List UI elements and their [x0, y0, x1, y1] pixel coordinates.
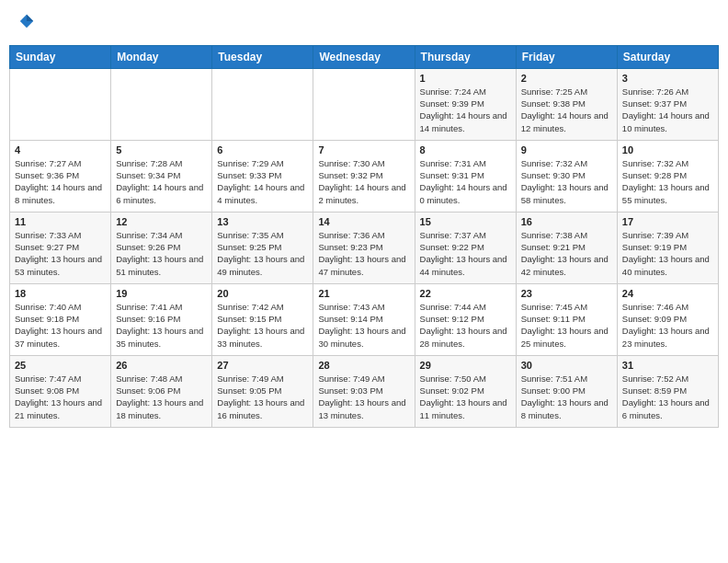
day-info: Sunrise: 7:34 AMSunset: 9:26 PMDaylight:… — [116, 229, 207, 278]
day-number: 21 — [318, 288, 409, 299]
week-row-2: 4Sunrise: 7:27 AMSunset: 9:36 PMDaylight… — [10, 140, 719, 212]
day-number: 3 — [622, 73, 713, 84]
day-cell: 17Sunrise: 7:39 AMSunset: 9:19 PMDayligh… — [617, 212, 718, 283]
day-number: 6 — [217, 144, 308, 155]
week-row-1: 1Sunrise: 7:24 AMSunset: 9:39 PMDaylight… — [10, 68, 719, 140]
day-cell: 27Sunrise: 7:49 AMSunset: 9:05 PMDayligh… — [212, 355, 313, 427]
logo-icon — [18, 13, 35, 29]
calendar-table: SundayMondayTuesdayWednesdayThursdayFrid… — [9, 45, 719, 428]
day-info: Sunrise: 7:40 AMSunset: 9:18 PMDaylight:… — [15, 301, 106, 350]
day-info: Sunrise: 7:49 AMSunset: 9:05 PMDaylight:… — [217, 373, 308, 421]
day-cell: 9Sunrise: 7:32 AMSunset: 9:30 PMDaylight… — [516, 140, 617, 212]
day-number: 20 — [217, 288, 308, 299]
day-cell — [212, 68, 313, 140]
day-number: 14 — [318, 216, 409, 227]
day-info: Sunrise: 7:45 AMSunset: 9:11 PMDaylight:… — [521, 301, 612, 350]
day-cell: 26Sunrise: 7:48 AMSunset: 9:06 PMDayligh… — [111, 355, 212, 427]
day-info: Sunrise: 7:51 AMSunset: 9:00 PMDaylight:… — [521, 373, 612, 421]
day-cell: 20Sunrise: 7:42 AMSunset: 9:15 PMDayligh… — [212, 283, 313, 355]
day-info: Sunrise: 7:50 AMSunset: 9:02 PMDaylight:… — [420, 373, 511, 421]
day-cell: 18Sunrise: 7:40 AMSunset: 9:18 PMDayligh… — [10, 283, 111, 355]
day-cell: 30Sunrise: 7:51 AMSunset: 9:00 PMDayligh… — [516, 355, 617, 427]
day-number: 26 — [116, 360, 207, 371]
day-info: Sunrise: 7:27 AMSunset: 9:36 PMDaylight:… — [15, 157, 106, 206]
day-cell: 16Sunrise: 7:38 AMSunset: 9:21 PMDayligh… — [516, 212, 617, 283]
day-info: Sunrise: 7:46 AMSunset: 9:09 PMDaylight:… — [622, 301, 713, 350]
week-row-5: 25Sunrise: 7:47 AMSunset: 9:08 PMDayligh… — [10, 355, 719, 427]
day-cell — [111, 68, 212, 140]
day-number: 30 — [521, 360, 612, 371]
weekday-header-row: SundayMondayTuesdayWednesdayThursdayFrid… — [10, 45, 719, 68]
day-cell: 24Sunrise: 7:46 AMSunset: 9:09 PMDayligh… — [617, 283, 718, 355]
day-cell: 5Sunrise: 7:28 AMSunset: 9:34 PMDaylight… — [111, 140, 212, 212]
day-number: 23 — [521, 288, 612, 299]
weekday-header-monday: Monday — [111, 45, 212, 68]
logo — [17, 13, 35, 34]
day-info: Sunrise: 7:25 AMSunset: 9:38 PMDaylight:… — [521, 86, 612, 134]
day-info: Sunrise: 7:24 AMSunset: 9:39 PMDaylight:… — [420, 86, 511, 134]
day-info: Sunrise: 7:49 AMSunset: 9:03 PMDaylight:… — [318, 373, 409, 421]
day-info: Sunrise: 7:32 AMSunset: 9:30 PMDaylight:… — [521, 157, 612, 206]
day-number: 15 — [420, 216, 511, 227]
day-info: Sunrise: 7:39 AMSunset: 9:19 PMDaylight:… — [622, 229, 713, 278]
day-number: 5 — [116, 144, 207, 155]
day-info: Sunrise: 7:26 AMSunset: 9:37 PMDaylight:… — [622, 86, 713, 134]
day-cell: 14Sunrise: 7:36 AMSunset: 9:23 PMDayligh… — [313, 212, 415, 283]
day-number: 13 — [217, 216, 308, 227]
day-cell: 21Sunrise: 7:43 AMSunset: 9:14 PMDayligh… — [313, 283, 415, 355]
day-number: 19 — [116, 288, 207, 299]
day-number: 17 — [622, 216, 713, 227]
day-info: Sunrise: 7:47 AMSunset: 9:08 PMDaylight:… — [15, 373, 106, 421]
day-cell: 31Sunrise: 7:52 AMSunset: 8:59 PMDayligh… — [617, 355, 718, 427]
day-number: 22 — [420, 288, 511, 299]
day-number: 8 — [420, 144, 511, 155]
day-cell: 2Sunrise: 7:25 AMSunset: 9:38 PMDaylight… — [516, 68, 617, 140]
day-number: 27 — [217, 360, 308, 371]
day-cell — [313, 68, 415, 140]
day-cell: 28Sunrise: 7:49 AMSunset: 9:03 PMDayligh… — [313, 355, 415, 427]
logo-text — [17, 13, 35, 34]
day-number: 29 — [420, 360, 511, 371]
day-info: Sunrise: 7:28 AMSunset: 9:34 PMDaylight:… — [116, 157, 207, 206]
day-number: 7 — [318, 144, 409, 155]
day-cell: 23Sunrise: 7:45 AMSunset: 9:11 PMDayligh… — [516, 283, 617, 355]
day-number: 18 — [15, 288, 106, 299]
day-info: Sunrise: 7:37 AMSunset: 9:22 PMDaylight:… — [420, 229, 511, 278]
day-number: 12 — [116, 216, 207, 227]
day-number: 31 — [622, 360, 713, 371]
day-info: Sunrise: 7:38 AMSunset: 9:21 PMDaylight:… — [521, 229, 612, 278]
week-row-3: 11Sunrise: 7:33 AMSunset: 9:27 PMDayligh… — [10, 212, 719, 283]
day-cell: 19Sunrise: 7:41 AMSunset: 9:16 PMDayligh… — [111, 283, 212, 355]
day-cell: 10Sunrise: 7:32 AMSunset: 9:28 PMDayligh… — [617, 140, 718, 212]
day-number: 25 — [15, 360, 106, 371]
day-info: Sunrise: 7:43 AMSunset: 9:14 PMDaylight:… — [318, 301, 409, 350]
weekday-header-thursday: Thursday — [415, 45, 516, 68]
day-info: Sunrise: 7:36 AMSunset: 9:23 PMDaylight:… — [318, 229, 409, 278]
day-number: 11 — [15, 216, 106, 227]
day-info: Sunrise: 7:48 AMSunset: 9:06 PMDaylight:… — [116, 373, 207, 421]
day-info: Sunrise: 7:31 AMSunset: 9:31 PMDaylight:… — [420, 157, 511, 206]
day-number: 16 — [521, 216, 612, 227]
header — [9, 9, 719, 38]
day-cell: 7Sunrise: 7:30 AMSunset: 9:32 PMDaylight… — [313, 140, 415, 212]
day-info: Sunrise: 7:35 AMSunset: 9:25 PMDaylight:… — [217, 229, 308, 278]
day-info: Sunrise: 7:41 AMSunset: 9:16 PMDaylight:… — [116, 301, 207, 350]
day-info: Sunrise: 7:32 AMSunset: 9:28 PMDaylight:… — [622, 157, 713, 206]
weekday-header-saturday: Saturday — [617, 45, 718, 68]
day-cell: 3Sunrise: 7:26 AMSunset: 9:37 PMDaylight… — [617, 68, 718, 140]
weekday-header-wednesday: Wednesday — [313, 45, 415, 68]
day-cell: 12Sunrise: 7:34 AMSunset: 9:26 PMDayligh… — [111, 212, 212, 283]
day-cell: 1Sunrise: 7:24 AMSunset: 9:39 PMDaylight… — [415, 68, 516, 140]
day-cell: 13Sunrise: 7:35 AMSunset: 9:25 PMDayligh… — [212, 212, 313, 283]
day-cell — [10, 68, 111, 140]
day-number: 10 — [622, 144, 713, 155]
day-cell: 25Sunrise: 7:47 AMSunset: 9:08 PMDayligh… — [10, 355, 111, 427]
day-number: 1 — [420, 73, 511, 84]
weekday-header-sunday: Sunday — [10, 45, 111, 68]
day-cell: 6Sunrise: 7:29 AMSunset: 9:33 PMDaylight… — [212, 140, 313, 212]
weekday-header-tuesday: Tuesday — [212, 45, 313, 68]
day-cell: 29Sunrise: 7:50 AMSunset: 9:02 PMDayligh… — [415, 355, 516, 427]
week-row-4: 18Sunrise: 7:40 AMSunset: 9:18 PMDayligh… — [10, 283, 719, 355]
day-cell: 4Sunrise: 7:27 AMSunset: 9:36 PMDaylight… — [10, 140, 111, 212]
day-number: 4 — [15, 144, 106, 155]
